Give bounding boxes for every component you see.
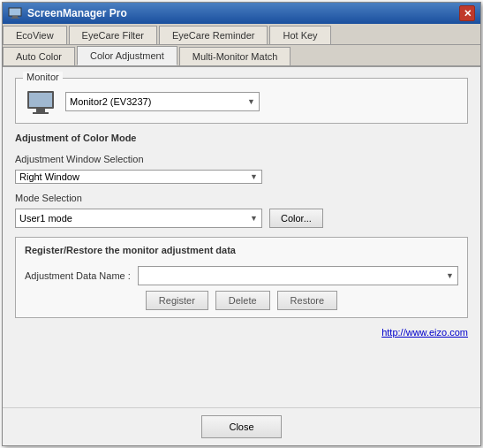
monitor-group: Monitor Monitor2 (EV3237) ▼ [15,78,468,124]
content-area: Monitor Monitor2 (EV3237) ▼ Adjustment o… [3,67,480,407]
tab-eyecare-reminder[interactable]: EyeCare Reminder [159,26,268,44]
monitor-base [33,112,49,114]
data-name-select[interactable]: ▼ [138,266,458,285]
svg-rect-0 [9,8,21,16]
window-close-button[interactable]: ✕ [459,5,475,21]
title-bar: ScreenManager Pro ✕ [3,3,480,24]
tab-multi-monitor-match[interactable]: Multi-Monitor Match [179,47,291,65]
mode-row: User1 mode ▼ Color... [15,209,468,228]
window-dropdown-arrow: ▼ [250,172,258,181]
tab-hot-key[interactable]: Hot Key [269,26,330,44]
monitor-dropdown-arrow: ▼ [247,97,255,106]
tab-eyecare-filter[interactable]: EyeCare Filter [69,26,157,44]
delete-button[interactable]: Delete [215,291,270,310]
svg-rect-1 [12,16,18,18]
close-main-button[interactable]: Close [201,415,281,438]
tab-row-1: EcoView EyeCare Filter EyeCare Reminder … [3,24,480,45]
mode-selection-label: Mode Selection [15,193,468,203]
window-selection-label: Adjustment Window Selection [15,154,468,164]
tab-auto-color[interactable]: Auto Color [3,47,75,65]
register-section: Register/Restore the monitor adjustment … [15,237,468,318]
restore-button[interactable]: Restore [277,291,338,310]
link-row: http://www.eizo.com [15,327,468,338]
monitor-group-label: Monitor [23,72,63,82]
register-buttons-row: Register Delete Restore [25,291,458,310]
mode-dropdown-arrow: ▼ [250,214,258,223]
monitor-screen [27,91,54,109]
data-name-row: Adjustment Data Name : ▼ [25,266,458,285]
tab-color-adjustment[interactable]: Color Adjustment [77,46,177,65]
window-select[interactable]: Right Window ▼ [15,170,262,184]
color-mode-title: Adjustment of Color Mode [15,133,468,143]
data-name-label: Adjustment Data Name : [25,270,131,281]
color-mode-section: Adjustment of Color Mode Adjustment Wind… [15,133,468,228]
bottom-bar: Close [3,407,480,445]
app-icon [8,6,22,20]
register-section-title: Register/Restore the monitor adjustment … [25,245,458,255]
main-window: ScreenManager Pro ✕ EcoView EyeCare Filt… [2,2,481,446]
eizo-link[interactable]: http://www.eizo.com [381,327,468,338]
data-name-dropdown-arrow: ▼ [446,271,454,280]
svg-rect-2 [11,18,19,19]
color-button[interactable]: Color... [269,209,323,228]
tab-ecoview[interactable]: EcoView [3,26,67,44]
monitor-select[interactable]: Monitor2 (EV3237) ▼ [65,92,260,111]
app-title: ScreenManager Pro [27,7,127,19]
mode-select[interactable]: User1 mode ▼ [15,209,262,228]
monitor-icon [25,89,57,114]
tab-row-2: Auto Color Color Adjustment Multi-Monito… [3,45,480,67]
register-button[interactable]: Register [146,291,208,310]
monitor-row: Monitor2 (EV3237) ▼ [25,86,458,114]
